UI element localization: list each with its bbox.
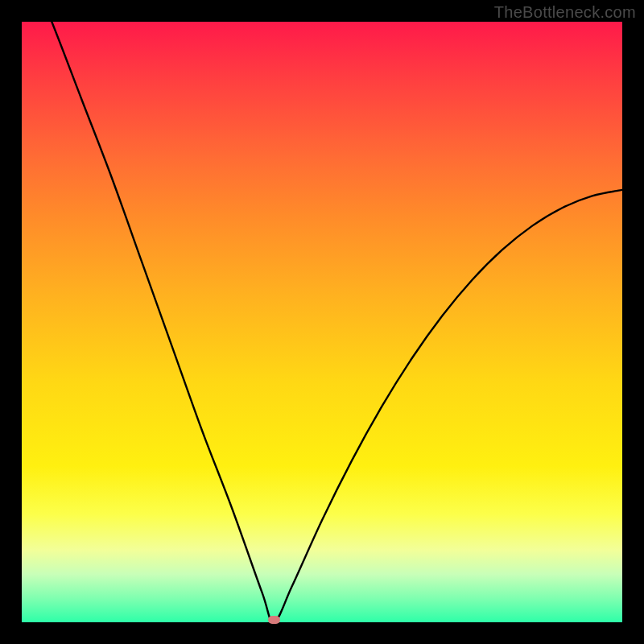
notch-marker (268, 616, 280, 624)
chart-plot-area (22, 22, 622, 622)
bottleneck-curve (22, 22, 622, 622)
watermark-text: TheBottleneck.com (494, 3, 636, 22)
